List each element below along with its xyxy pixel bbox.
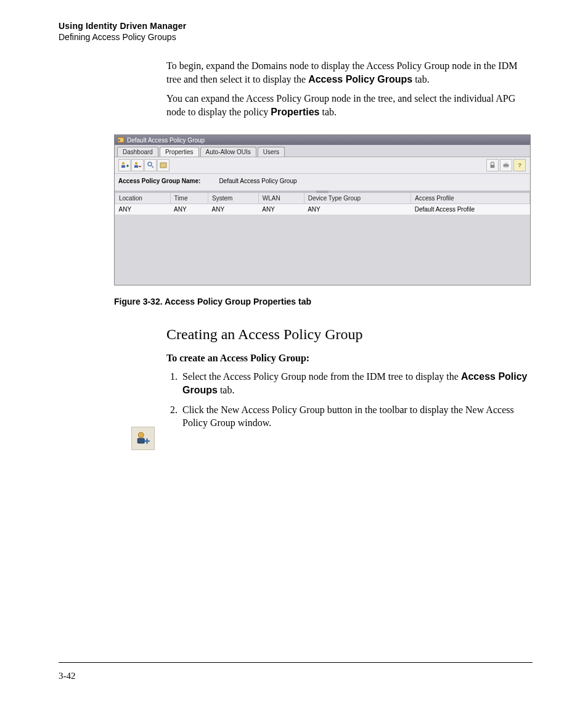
apg-name-label: Access Policy Group Name: xyxy=(118,178,200,184)
col-time[interactable]: Time xyxy=(170,193,208,204)
window-icon xyxy=(117,136,125,144)
toolbar: ? xyxy=(115,157,530,174)
apg-name-value: Default Access Policy Group xyxy=(219,178,296,184)
step-list: Select the Access Policy Group node from… xyxy=(166,370,533,429)
figure-screenshot: Default Access Policy Group Dashboard Pr… xyxy=(114,134,533,285)
para1-bold: Access Policy Groups xyxy=(308,74,412,84)
lock-icon[interactable] xyxy=(486,159,499,171)
cell-device-type: ANY xyxy=(304,204,411,215)
policy-table: Location Time System WLAN Device Type Gr… xyxy=(115,192,530,215)
cell-time: ANY xyxy=(170,204,208,215)
tab-strip: Dashboard Properties Auto-Allow OUIs Use… xyxy=(115,145,530,157)
svg-rect-11 xyxy=(504,166,507,168)
svg-rect-14 xyxy=(137,438,144,443)
col-wlan[interactable]: WLAN xyxy=(258,193,304,204)
running-header: Using Identity Driven Manager Defining A… xyxy=(59,21,533,42)
cell-access-profile: Default Access Profile xyxy=(411,204,530,215)
name-row: Access Policy Group Name: Default Access… xyxy=(115,174,530,191)
table-header-row: Location Time System WLAN Device Type Gr… xyxy=(115,193,530,204)
cell-location: ANY xyxy=(115,204,171,215)
cell-wlan: ANY xyxy=(258,204,304,215)
svg-rect-5 xyxy=(134,165,138,168)
para1-text-b: tab. xyxy=(412,74,430,84)
window-titlebar: Default Access Policy Group xyxy=(115,135,530,145)
cell-system: ANY xyxy=(208,204,259,215)
col-system[interactable]: System xyxy=(208,193,259,204)
col-location[interactable]: Location xyxy=(115,193,171,204)
svg-rect-1 xyxy=(118,139,120,141)
toolbar-button-3[interactable] xyxy=(144,159,157,171)
svg-rect-10 xyxy=(504,163,507,165)
list-item: Select the Access Policy Group node from… xyxy=(180,370,533,396)
tab-dashboard[interactable]: Dashboard xyxy=(117,147,158,157)
step1-b: tab. xyxy=(218,385,235,395)
col-access-profile[interactable]: Access Profile xyxy=(411,193,530,204)
chapter-title: Using Identity Driven Manager xyxy=(59,21,533,31)
col-device-type-group[interactable]: Device Type Group xyxy=(304,193,411,204)
new-apg-icon xyxy=(131,427,155,450)
section-heading: Creating an Access Policy Group xyxy=(166,326,533,343)
splitter[interactable] xyxy=(115,191,530,192)
procedure-intro: To create an Access Policy Group: xyxy=(166,353,533,364)
new-apg-button[interactable] xyxy=(118,159,131,171)
svg-point-6 xyxy=(148,162,152,166)
svg-point-13 xyxy=(138,432,144,438)
help-icon[interactable]: ? xyxy=(513,159,526,171)
svg-rect-7 xyxy=(160,163,166,168)
step1-a: Select the Access Policy Group node from… xyxy=(182,371,461,382)
toolbar-button-2[interactable] xyxy=(131,159,144,171)
intro-para-2: You can expand the Access Policy Group n… xyxy=(166,92,533,118)
window-title: Default Access Policy Group xyxy=(127,137,205,144)
splitter-handle-icon xyxy=(316,191,329,193)
tab-auto-allow-ouis[interactable]: Auto-Allow OUIs xyxy=(200,147,256,157)
print-icon[interactable] xyxy=(500,159,512,171)
intro-para-1: To begin, expand the Domains node to dis… xyxy=(166,59,533,86)
step2-text: Click the New Access Policy Group button… xyxy=(182,404,514,429)
table-row[interactable]: ANY ANY ANY ANY ANY Default Access Profi… xyxy=(115,204,530,215)
list-item: Click the New Access Policy Group button… xyxy=(180,403,533,430)
svg-rect-16 xyxy=(146,438,147,444)
svg-rect-3 xyxy=(121,165,125,168)
para2-text-b: tab. xyxy=(319,107,337,117)
toolbar-button-4[interactable] xyxy=(157,159,169,171)
svg-text:?: ? xyxy=(518,162,521,169)
page-number: 3-42 xyxy=(59,671,76,681)
footer-rule xyxy=(59,662,533,663)
svg-point-2 xyxy=(122,162,125,165)
tab-properties[interactable]: Properties xyxy=(160,147,199,157)
section-title: Defining Access Policy Groups xyxy=(59,32,533,42)
app-window: Default Access Policy Group Dashboard Pr… xyxy=(114,134,531,285)
figure-caption: Figure 3-32. Access Policy Group Propert… xyxy=(114,297,533,306)
tab-users[interactable]: Users xyxy=(258,147,285,157)
para2-bold: Properties xyxy=(271,107,319,117)
para2-text-a: You can expand the Access Policy Group n… xyxy=(166,93,515,117)
svg-rect-8 xyxy=(491,165,495,168)
svg-point-4 xyxy=(135,162,137,165)
